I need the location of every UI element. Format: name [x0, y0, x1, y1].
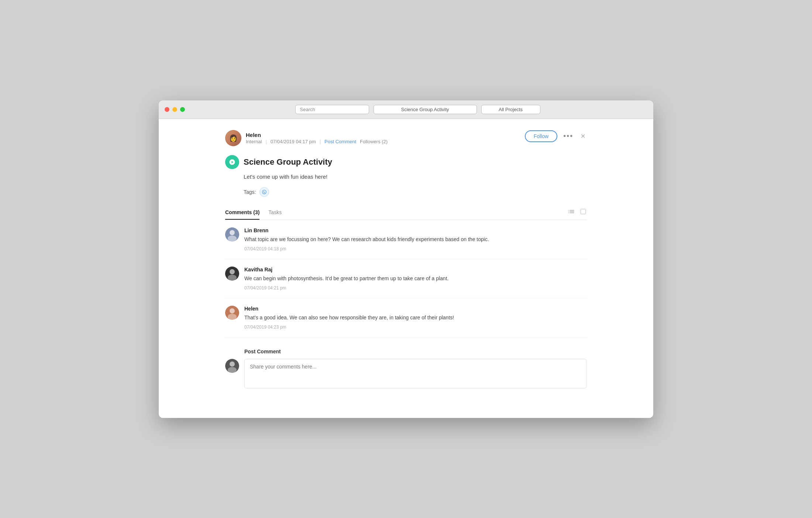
- svg-point-4: [230, 269, 235, 274]
- comment-item: Lin Brenn What topic are we focussing on…: [225, 220, 587, 259]
- follow-button[interactable]: Follow: [525, 130, 557, 142]
- svg-point-10: [230, 361, 235, 367]
- commenter-name: Helen: [244, 306, 454, 312]
- svg-point-5: [228, 275, 237, 281]
- title-bar-center: Search Science Group Activity All Projec…: [188, 105, 647, 114]
- comment-body-kavitha: Kavitha Raj We can begin with photosynth…: [244, 267, 448, 291]
- comment-body-helen: Helen That's a good idea. We can also se…: [244, 306, 454, 330]
- comment-avatar-kavitha: [225, 267, 239, 281]
- tag-badge[interactable]: [259, 187, 269, 197]
- title-bar: Search Science Group Activity All Projec…: [159, 100, 653, 119]
- svg-point-7: [230, 308, 235, 313]
- post-title: Science Group Activity: [244, 157, 332, 167]
- lin-avatar: [225, 227, 239, 241]
- post-type-link[interactable]: Post Comment: [324, 139, 356, 144]
- author-avatar: 👩: [225, 130, 241, 146]
- close-panel-button[interactable]: ×: [579, 130, 587, 143]
- post-comment-section: Post Comment: [225, 349, 587, 388]
- post-author: 👩 Helen Internal | 07/04/2019 04:17 pm |…: [225, 130, 388, 146]
- post-actions: Follow ••• ×: [525, 130, 587, 143]
- comment-text: That's a good idea. We can also see how …: [244, 314, 454, 322]
- author-type: Internal: [246, 139, 262, 144]
- tabs-right-actions: [568, 208, 587, 217]
- search-bar[interactable]: Search: [295, 105, 369, 114]
- svg-point-8: [228, 314, 237, 320]
- detail-view-icon[interactable]: [579, 208, 587, 217]
- tab-comments[interactable]: Comments (3): [225, 206, 259, 220]
- active-tab[interactable]: Science Group Activity: [374, 105, 477, 114]
- kavitha-avatar: [225, 267, 239, 281]
- svg-point-1: [230, 230, 235, 235]
- comment-time: 07/04/2019 04:18 pm: [244, 246, 489, 251]
- close-button[interactable]: [165, 107, 169, 112]
- separator1: |: [265, 139, 266, 144]
- post-description: Let's come up with fun ideas here!: [225, 174, 587, 180]
- comment-avatar-helen: [225, 306, 239, 320]
- separator2: |: [320, 139, 321, 144]
- tabs-row: Comments (3) Tasks: [225, 206, 587, 220]
- post-date: 07/04/2019 04:17 pm: [271, 139, 316, 144]
- comment-text: What topic are we focussing on here? We …: [244, 236, 489, 243]
- svg-point-11: [228, 367, 237, 373]
- comment-avatar-lin: [225, 227, 239, 241]
- comment-time: 07/04/2019 04:21 pm: [244, 285, 448, 291]
- more-button[interactable]: •••: [562, 130, 575, 142]
- current-user-avatar: [225, 359, 239, 373]
- tab-tasks[interactable]: Tasks: [268, 206, 282, 220]
- post-title-row: Science Group Activity: [225, 155, 587, 169]
- comment-body-lin: Lin Brenn What topic are we focussing on…: [244, 227, 489, 251]
- followers-text: Followers (2): [360, 139, 388, 144]
- list-view-icon[interactable]: [568, 208, 575, 217]
- content-area: 👩 Helen Internal | 07/04/2019 04:17 pm |…: [159, 119, 653, 418]
- post-tags: Tags:: [225, 187, 587, 197]
- comment-input[interactable]: [244, 359, 587, 388]
- commenter-name: Kavitha Raj: [244, 267, 448, 272]
- post-icon: [225, 155, 239, 169]
- author-name: Helen: [246, 132, 388, 138]
- helen-avatar: [225, 306, 239, 320]
- maximize-button[interactable]: [180, 107, 185, 112]
- post-header: 👩 Helen Internal | 07/04/2019 04:17 pm |…: [225, 130, 587, 146]
- comment-item: Kavitha Raj We can begin with photosynth…: [225, 259, 587, 298]
- minimize-button[interactable]: [172, 107, 177, 112]
- projects-dropdown[interactable]: All Projects: [481, 105, 540, 114]
- author-info: Helen Internal | 07/04/2019 04:17 pm | P…: [246, 132, 388, 144]
- svg-point-2: [228, 236, 237, 241]
- comment-text: We can begin with photosynthesis. It'd b…: [244, 275, 448, 282]
- post-comment-label: Post Comment: [225, 349, 587, 354]
- author-meta: Internal | 07/04/2019 04:17 pm | Post Co…: [246, 139, 388, 144]
- tags-label: Tags:: [244, 189, 256, 195]
- main-window: Search Science Group Activity All Projec…: [159, 100, 653, 418]
- comment-item: Helen That's a good idea. We can also se…: [225, 298, 587, 337]
- post-panel: 👩 Helen Internal | 07/04/2019 04:17 pm |…: [210, 119, 602, 399]
- comment-time: 07/04/2019 04:23 pm: [244, 325, 454, 330]
- post-comment-input-row: [225, 359, 587, 388]
- comments-section: Lin Brenn What topic are we focussing on…: [225, 220, 587, 337]
- commenter-name: Lin Brenn: [244, 227, 489, 233]
